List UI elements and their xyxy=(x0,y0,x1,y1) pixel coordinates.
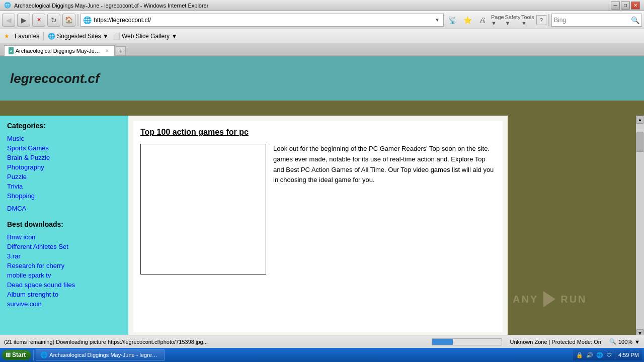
scroll-up-button[interactable]: ▲ xyxy=(636,116,643,124)
article-text: Look out for the beginning of the PC Gam… xyxy=(273,144,496,275)
taskbar-ie-window[interactable]: 🌐 Archaeological Diggings May-June - leg… xyxy=(36,349,165,360)
suggested-sites-label: Suggested Sites ▼ xyxy=(57,33,109,40)
search-input[interactable] xyxy=(554,17,631,24)
anyrun-text: ANY xyxy=(513,294,538,305)
navigation-bar: ◀ ▶ ✕ ↻ 🏠 🌐 ▼ 📡 ⭐ 🖨 Page ▼ Safety ▼ Tool… xyxy=(0,11,644,29)
article-container: Top 100 action games for pc Look out for… xyxy=(133,121,503,332)
forward-button[interactable]: ▶ xyxy=(17,14,30,27)
download-bmw-icon[interactable]: Bmw icon xyxy=(7,233,121,241)
web-slice-icon: ⬜ xyxy=(113,33,120,40)
safety-button[interactable]: Safety ▼ xyxy=(506,14,519,27)
best-downloads-heading: Best downloads: xyxy=(7,220,121,228)
progress-fill xyxy=(432,339,453,345)
sidebar: Categories: Music Sports Games Brain & P… xyxy=(0,116,128,337)
home-button[interactable]: 🏠 xyxy=(62,14,75,27)
tab-favicon: A xyxy=(9,47,14,54)
zoom-control[interactable]: 🔍 100% ▼ xyxy=(609,338,640,345)
clock: 4:59 PM xyxy=(618,352,639,358)
tray-ie-icon: 🌐 xyxy=(596,352,603,358)
stop-button[interactable]: ✕ xyxy=(32,14,45,27)
tab-label: Archaeological Diggings May-June - legre… xyxy=(16,48,101,54)
progress-bar xyxy=(432,338,502,345)
site-logo: legrecocont.cf xyxy=(10,71,100,86)
tab-close-button[interactable]: ✕ xyxy=(105,48,109,53)
tray-volume-icon: 🔊 xyxy=(586,352,593,358)
dark-strip xyxy=(0,101,644,116)
start-button[interactable]: ⊞ Start xyxy=(2,350,31,360)
site-header: legrecocont.cf xyxy=(0,56,644,101)
download-survive[interactable]: survive.coin xyxy=(7,300,121,308)
start-label: Start xyxy=(12,351,26,358)
titlebar-text: Archaeological Diggings May-June - legre… xyxy=(14,3,208,9)
titlebar: 🌐 Archaeological Diggings May-June - leg… xyxy=(0,0,644,11)
help-button[interactable]: ? xyxy=(536,15,546,25)
favorites-star-icon: ★ xyxy=(4,33,10,40)
page-button[interactable]: Page ▼ xyxy=(491,14,504,27)
suggested-sites-icon: 🌐 xyxy=(48,33,55,40)
window-controls: ─ □ ✕ xyxy=(611,2,640,10)
status-text: (21 items remaining) Downloading picture… xyxy=(4,339,428,345)
article-image xyxy=(140,144,266,275)
download-3rar[interactable]: 3.rar xyxy=(7,252,121,260)
webpage: legrecocont.cf Categories: Music Sports … xyxy=(0,56,644,337)
page-icon: 🌐 xyxy=(83,16,92,24)
windows-logo: ⊞ xyxy=(6,351,11,358)
download-dead-space[interactable]: Dead space sound files xyxy=(7,281,121,289)
minimize-button[interactable]: ─ xyxy=(611,2,620,10)
sidebar-item-photography[interactable]: Photography xyxy=(7,163,121,171)
sidebar-item-music[interactable]: Music xyxy=(7,135,121,142)
scroll-thumb[interactable] xyxy=(636,132,643,152)
print-button[interactable]: 🖨 xyxy=(476,14,489,27)
favorites-button[interactable]: ⭐ xyxy=(461,14,474,27)
separator xyxy=(77,14,78,26)
tools-button[interactable]: Tools ▼ xyxy=(521,14,534,27)
web-slice-gallery[interactable]: ⬜ Web Slice Gallery ▼ xyxy=(113,33,177,40)
favorites-label[interactable]: Favorites xyxy=(15,33,39,40)
address-input[interactable] xyxy=(94,17,433,24)
right-sidebar: ANY RUN xyxy=(508,116,636,337)
download-album[interactable]: Album strenght to xyxy=(7,291,121,298)
address-bar: 🌐 ▼ xyxy=(80,14,444,27)
download-research-cherry[interactable]: Research for cherry xyxy=(7,262,121,269)
taskbar-tray: 🔒 🔊 🌐 🛡 4:59 PM xyxy=(573,349,642,360)
tray-update-icon: 🛡 xyxy=(606,352,612,358)
scrollbar[interactable]: ▲ ▼ xyxy=(636,116,644,337)
article-title: Top 100 action games for pc xyxy=(140,128,496,137)
taskbar-sep xyxy=(33,349,34,360)
back-button[interactable]: ◀ xyxy=(2,14,15,27)
favorites-bar: ★ Favorites 🌐 Suggested Sites ▼ ⬜ Web Sl… xyxy=(0,29,644,43)
status-bar: (21 items remaining) Downloading picture… xyxy=(0,335,644,348)
address-dropdown[interactable]: ▼ xyxy=(433,14,441,26)
sidebar-item-sports-games[interactable]: Sports Games xyxy=(7,144,121,152)
download-mobile-spark[interactable]: mobile spark tv xyxy=(7,272,121,279)
article-body: Look out for the beginning of the PC Gam… xyxy=(140,144,496,275)
maximize-button[interactable]: □ xyxy=(621,2,630,10)
sidebar-item-puzzle[interactable]: Puzzle xyxy=(7,173,121,180)
sidebar-item-shopping[interactable]: Shopping xyxy=(7,192,121,200)
ie-icon: 🌐 xyxy=(4,2,11,9)
web-slice-label: Web Slice Gallery ▼ xyxy=(122,33,177,40)
active-tab[interactable]: A Archaeological Diggings May-June - leg… xyxy=(4,45,115,56)
search-go-button[interactable]: 🔍 xyxy=(631,16,639,24)
anyrun-play-icon xyxy=(543,291,555,307)
zoom-level: 100% xyxy=(618,339,632,345)
zoom-dropdown[interactable]: ▼ xyxy=(634,339,640,345)
anyrun-text2: RUN xyxy=(560,294,587,305)
main-content: Top 100 action games for pc Look out for… xyxy=(128,116,508,337)
zoom-icon: 🔍 xyxy=(609,338,616,345)
sidebar-item-dmca[interactable]: DMCA xyxy=(7,205,121,212)
categories-heading: Categories: xyxy=(7,122,121,130)
download-different-athletes[interactable]: Different Athletes Set xyxy=(7,243,121,250)
rss-button[interactable]: 📡 xyxy=(446,14,459,27)
suggested-sites[interactable]: 🌐 Suggested Sites ▼ xyxy=(48,33,109,40)
tray-network-icon: 🔒 xyxy=(576,352,583,358)
search-bar: 🔍 xyxy=(551,14,642,27)
sidebar-item-brain-puzzle[interactable]: Brain & Puzzle xyxy=(7,154,121,161)
content-wrapper: Categories: Music Sports Games Brain & P… xyxy=(0,116,644,337)
sidebar-item-trivia[interactable]: Trivia xyxy=(7,183,121,190)
close-button[interactable]: ✕ xyxy=(631,2,640,10)
new-tab-button[interactable]: + xyxy=(116,46,126,55)
refresh-button[interactable]: ↻ xyxy=(47,14,60,27)
tab-bar: A Archaeological Diggings May-June - leg… xyxy=(0,43,644,56)
status-zone: Unknown Zone | Protected Mode: On xyxy=(510,339,601,345)
